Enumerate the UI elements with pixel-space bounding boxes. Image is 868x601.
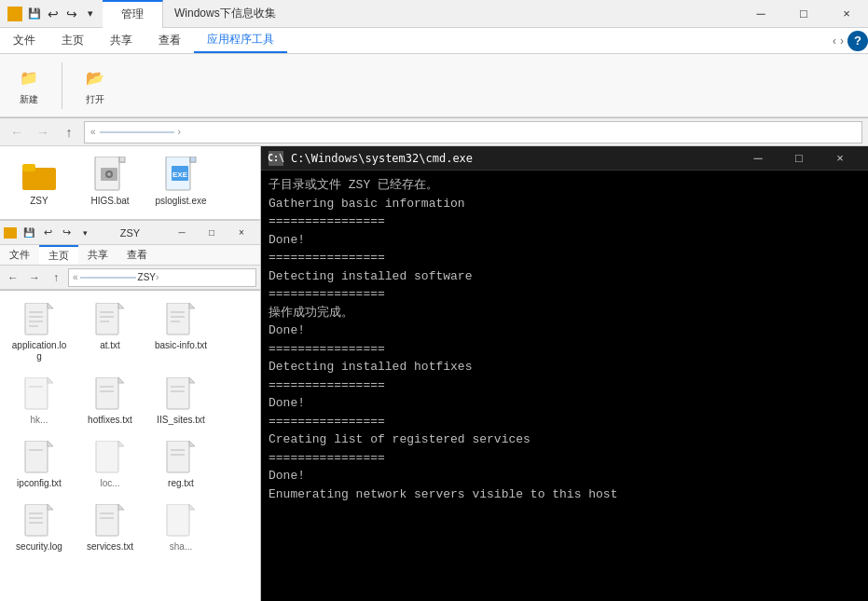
- second-redo-btn[interactable]: ↪: [58, 225, 75, 241]
- svg-rect-19: [96, 303, 118, 335]
- file-name: reg.txt: [168, 478, 194, 489]
- ribbon-btn-2[interactable]: 📂 打开: [74, 60, 117, 112]
- breadcrumb-arrow-1: «: [90, 127, 96, 137]
- second-save-btn[interactable]: 💾: [21, 225, 37, 241]
- second-forward-btn[interactable]: →: [25, 268, 44, 287]
- file-name: at.txt: [100, 340, 120, 351]
- list-item[interactable]: hotfixes.txt: [76, 371, 144, 430]
- exe-file-icon: EXE: [162, 157, 200, 194]
- file-name: psloglist.exe: [155, 196, 206, 207]
- list-item[interactable]: security.log: [6, 498, 73, 557]
- cmd-line: ================: [269, 285, 861, 304]
- tab-file[interactable]: 文件: [0, 28, 48, 53]
- ribbon-scroll-left[interactable]: ‹: [833, 34, 836, 48]
- window-controls: ─ □ ×: [739, 0, 868, 28]
- list-item[interactable]: services.txt: [76, 498, 144, 557]
- file-name: sha...: [170, 541, 192, 553]
- svg-text:EXE: EXE: [172, 171, 188, 179]
- list-item[interactable]: at.txt: [76, 296, 144, 367]
- top-folder-section: ZSY HIGS.bat: [0, 146, 260, 221]
- zsy-file-grid: application.log at.txt: [0, 291, 260, 601]
- main-title-bar: 💾 ↩ ↪ ▾ 管理 Windows下信息收集 ─ □ ×: [0, 0, 868, 28]
- list-item[interactable]: IIS_sites.txt: [147, 371, 214, 430]
- cmd-line: Detecting installed hotfixes: [269, 358, 861, 376]
- list-item[interactable]: hk...: [6, 371, 73, 430]
- redo-button[interactable]: ↪: [63, 6, 80, 22]
- address-bar[interactable]: « ›: [84, 121, 862, 143]
- second-title-bar: 💾 ↩ ↪ ▾ ZSY ─ □ ×: [0, 221, 260, 245]
- cmd-icon: C:\: [269, 151, 283, 166]
- second-minimize[interactable]: ─: [167, 223, 197, 243]
- minimize-button[interactable]: ─: [739, 0, 782, 28]
- window-title: Windows下信息收集: [163, 6, 739, 21]
- svg-rect-13: [25, 303, 48, 335]
- list-item[interactable]: EXE psloglist.exe: [147, 152, 214, 212]
- second-undo-btn[interactable]: ↩: [39, 225, 56, 241]
- second-title-left: 💾 ↩ ↪ ▾: [4, 225, 93, 241]
- tab-share[interactable]: 共享: [97, 28, 145, 53]
- list-item[interactable]: HIGS.bat: [76, 152, 144, 212]
- ribbon-scroll-right[interactable]: ›: [840, 34, 844, 48]
- close-button[interactable]: ×: [825, 0, 868, 28]
- list-item[interactable]: application.log: [6, 296, 73, 367]
- folder-icon: [21, 157, 58, 194]
- svg-marker-44: [118, 441, 124, 446]
- cmd-line: Done!: [269, 321, 861, 340]
- second-tab-home[interactable]: 主页: [39, 245, 78, 265]
- list-item[interactable]: ipconfig.txt: [6, 434, 73, 494]
- app-icon: [7, 7, 22, 21]
- list-item[interactable]: sha...: [147, 498, 214, 557]
- list-item[interactable]: ZSY: [6, 152, 73, 212]
- second-address-bar[interactable]: « ZSY ›: [68, 268, 256, 287]
- tab-apptools[interactable]: 应用程序工具: [194, 28, 287, 53]
- second-customize-btn[interactable]: ▾: [76, 225, 93, 241]
- list-item[interactable]: reg.txt: [147, 434, 214, 494]
- list-item[interactable]: loc...: [76, 434, 144, 494]
- second-maximize[interactable]: □: [197, 223, 227, 243]
- svg-rect-45: [167, 441, 189, 472]
- svg-marker-20: [118, 303, 124, 308]
- maximize-button[interactable]: □: [782, 0, 825, 28]
- undo-button[interactable]: ↩: [45, 6, 62, 22]
- ribbon-btn-1[interactable]: 📁 新建: [7, 60, 50, 112]
- second-window-title: ZSY: [120, 227, 140, 239]
- cmd-line: ================: [269, 413, 861, 431]
- second-back-btn[interactable]: ←: [4, 268, 22, 287]
- file-name: IIS_sites.txt: [157, 415, 205, 426]
- second-tab-share[interactable]: 共享: [78, 245, 117, 265]
- cmd-line: ================: [269, 376, 861, 395]
- second-tab-view[interactable]: 查看: [117, 245, 157, 265]
- txt-file-icon-9: [91, 502, 129, 540]
- txt-file-icon-6: [21, 439, 58, 476]
- title-bar-left: 💾 ↩ ↪ ▾ 管理: [7, 0, 163, 28]
- svg-marker-33: [118, 377, 124, 383]
- help-button[interactable]: ?: [847, 31, 868, 51]
- save-button[interactable]: 💾: [26, 6, 43, 22]
- cmd-minimize[interactable]: ─: [737, 146, 778, 171]
- cmd-line: ================: [269, 340, 861, 359]
- cmd-line: Enumerating network servers visible to t…: [269, 485, 861, 504]
- cmd-maximize[interactable]: □: [778, 146, 820, 171]
- tab-home[interactable]: 主页: [48, 28, 97, 53]
- txt-file-icon-5: [162, 376, 200, 413]
- svg-rect-24: [167, 303, 189, 335]
- svg-rect-58: [167, 504, 189, 536]
- forward-button[interactable]: →: [32, 121, 54, 143]
- back-button[interactable]: ←: [6, 121, 28, 143]
- customize-qab-button[interactable]: ▾: [82, 6, 99, 22]
- svg-marker-25: [189, 303, 195, 308]
- cmd-close[interactable]: ×: [820, 146, 861, 171]
- up-button[interactable]: ↑: [58, 121, 80, 143]
- nav-bar: ← → ↑ « ›: [0, 118, 868, 146]
- tab-manage[interactable]: 管理: [103, 0, 163, 28]
- txt-file-icon: [91, 301, 129, 338]
- second-close[interactable]: ×: [227, 223, 256, 243]
- second-up-btn[interactable]: ↑: [47, 268, 65, 287]
- second-tab-file[interactable]: 文件: [0, 245, 39, 265]
- txt-file-icon-3: [21, 376, 58, 413]
- cmd-line: ================: [269, 449, 861, 468]
- tab-view[interactable]: 查看: [145, 28, 194, 53]
- svg-rect-32: [96, 377, 118, 409]
- log-file-icon-2: [21, 502, 58, 540]
- list-item[interactable]: basic-info.txt: [147, 296, 214, 367]
